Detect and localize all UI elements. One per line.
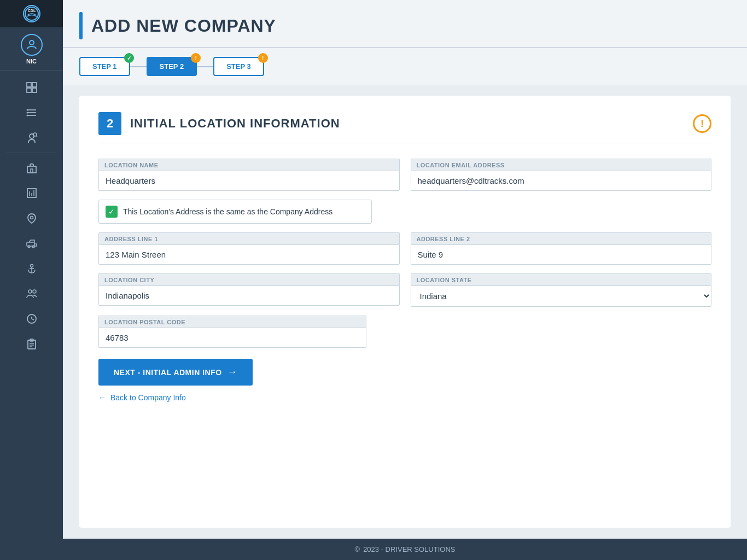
step3-badge: ! [258,53,268,63]
city-input[interactable] [98,285,400,306]
step2-button[interactable]: STEP 2 ! [147,57,197,76]
postal-input[interactable] [98,328,366,348]
page-title: ADD NEW COMPANY [91,16,276,36]
svg-line-15 [36,136,37,137]
footer-copyright: © 2023 - DRIVER SOLUTIONS [69,545,740,553]
steps-bar: STEP 1 ✓ STEP 2 ! STEP 3 ! [63,48,747,85]
address1-label: ADDRESS LINE 1 [98,232,400,244]
sidebar-nav [0,71,63,560]
sidebar-item-reports[interactable] [0,180,63,206]
sidebar-item-list[interactable] [0,100,63,125]
svg-point-30 [33,290,36,293]
svg-point-24 [28,246,30,248]
page-header: ADD NEW COMPANY [63,0,747,48]
svg-text:CDL: CDL [27,9,36,13]
step-connector-1 [130,66,147,67]
step2-badge: ! [191,53,201,63]
section-warn-icon: ! [693,114,711,133]
logo-circle: CDL [23,5,40,22]
step2-label: STEP 2 [160,62,184,71]
svg-rect-6 [32,88,37,92]
state-group: LOCATION STATE AlabamaAlaskaArizonaArkan… [411,273,712,307]
city-label: LOCATION CITY [98,273,400,285]
sidebar-item-anchor[interactable] [0,256,63,281]
svg-point-2 [30,40,34,45]
location-email-group: LOCATION EMAIL ADDRESS [411,159,712,191]
main-content: ADD NEW COMPANY STEP 1 ✓ STEP 2 ! STEP 3… [63,0,747,560]
header-accent [79,12,83,39]
step1-badge: ✓ [124,53,134,63]
svg-line-33 [32,319,34,320]
location-name-input[interactable] [98,171,400,191]
back-arrow-icon: ← [98,393,106,402]
next-button[interactable]: NEXT - INITIAL ADMIN INFO → [98,359,253,386]
step3-label: STEP 3 [226,62,251,71]
back-link-label: Back to Company Info [110,393,186,402]
svg-point-29 [28,290,32,293]
user-label: NIC [26,58,37,65]
sidebar-item-clipboard[interactable] [0,331,63,357]
back-link[interactable]: ← Back to Company Info [98,393,711,402]
sidebar-item-search[interactable] [0,125,63,150]
next-arrow-icon: → [227,366,238,378]
state-select[interactable]: AlabamaAlaskaArizonaArkansasCaliforniaCo… [411,285,712,307]
svg-rect-3 [27,83,31,87]
same-address-checkbox[interactable]: ✓ [106,206,118,218]
sidebar-item-company[interactable] [0,155,63,180]
step-connector-2 [197,66,213,67]
city-state-row: LOCATION CITY LOCATION STATE AlabamaAlas… [98,273,711,307]
avatar [21,34,43,56]
sidebar-item-location[interactable] [0,206,63,231]
same-address-label: This Location's Address is the same as t… [123,207,332,216]
sidebar-item-vehicles[interactable] [0,231,63,256]
svg-point-22 [30,217,33,219]
address1-group: ADDRESS LINE 1 [98,232,400,265]
svg-rect-17 [31,169,33,173]
svg-point-26 [30,265,33,267]
footer: © 2023 - DRIVER SOLUTIONS [63,539,747,560]
form-card: 2 INITIAL LOCATION INFORMATION ! LOCATIO… [79,96,731,528]
sidebar-item-people[interactable] [0,281,63,306]
location-name-email-row: LOCATION NAME LOCATION EMAIL ADDRESS [98,159,711,191]
address2-group: ADDRESS LINE 2 [411,232,712,265]
section-header: 2 INITIAL LOCATION INFORMATION ! [98,112,711,143]
svg-point-14 [33,133,37,136]
footer-text: 2023 - DRIVER SOLUTIONS [363,545,455,553]
step1-button[interactable]: STEP 1 ✓ [79,57,130,76]
svg-point-10 [26,109,28,111]
state-label: LOCATION STATE [411,273,712,285]
sidebar: CDL NIC [0,0,63,560]
address2-label: ADDRESS LINE 2 [411,232,712,244]
svg-point-12 [26,115,28,116]
svg-rect-4 [32,83,37,87]
location-email-label: LOCATION EMAIL ADDRESS [411,159,712,171]
svg-rect-16 [27,166,36,173]
postal-group: LOCATION POSTAL CODE [98,316,366,348]
section-number: 2 [98,112,121,135]
sidebar-divider [7,153,57,153]
sidebar-item-clock[interactable] [0,306,63,331]
sidebar-item-dashboard[interactable] [0,75,63,100]
svg-rect-5 [27,88,31,92]
address-row: ADDRESS LINE 1 ADDRESS LINE 2 [98,232,711,265]
location-name-group: LOCATION NAME [98,159,400,191]
same-address-row[interactable]: ✓ This Location's Address is the same as… [98,200,372,224]
step3-button[interactable]: STEP 3 ! [213,57,264,76]
location-email-input[interactable] [411,171,712,191]
copyright-icon: © [355,545,360,553]
sidebar-user[interactable]: NIC [0,27,63,71]
step1-label: STEP 1 [92,62,117,71]
postal-row: LOCATION POSTAL CODE [98,316,711,348]
next-button-label: NEXT - INITIAL ADMIN INFO [114,368,222,377]
address2-input[interactable] [411,244,712,265]
svg-point-25 [32,246,34,248]
postal-label: LOCATION POSTAL CODE [98,316,366,328]
section-title: INITIAL LOCATION INFORMATION [130,116,340,131]
address1-input[interactable] [98,244,400,265]
svg-point-11 [26,112,28,114]
city-group: LOCATION CITY [98,273,400,307]
sidebar-logo: CDL [0,0,63,27]
location-name-label: LOCATION NAME [98,159,400,171]
